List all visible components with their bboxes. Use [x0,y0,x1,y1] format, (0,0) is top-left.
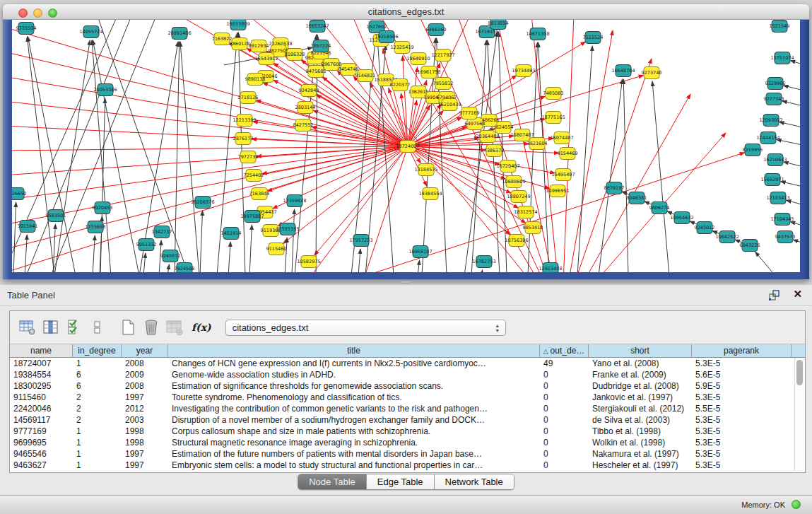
table-cell[interactable]: 0 [540,426,589,437]
network-node[interactable]: 1215688 [86,221,106,233]
network-node[interactable]: 3915941 [18,221,38,233]
table-cell[interactable]: 0 [540,403,589,414]
network-node[interactable]: 9154469 [558,148,578,160]
network-node[interactable]: 2876173 [233,133,254,145]
table-cell[interactable]: 5.3E-5 [692,426,792,437]
table-cell[interactable]: 9699695 [10,437,73,448]
network-edge[interactable] [93,235,95,272]
table-selector-dropdown[interactable]: citations_edges.txt ▲▼ [225,320,506,336]
table-row[interactable]: 911546021997Tourette syndrome. Phenomeno… [10,392,805,403]
network-node[interactable]: 7972736 [238,151,259,163]
table-row[interactable]: 1456911722003Disruption of a novel membe… [10,414,805,426]
network-node[interactable]: 9329966 [765,78,786,90]
network-node[interactable]: 10688609 [502,176,525,188]
network-node[interactable]: 8813054 [488,20,509,30]
column-header-short[interactable]: short [589,344,692,357]
network-edge[interactable] [25,235,27,272]
network-node[interactable]: 1451914 [221,228,242,240]
network-edge[interactable] [779,122,800,129]
network-node[interactable]: 1342737 [152,226,172,238]
network-node[interactable]: 9245032 [160,250,181,262]
table-cell[interactable]: 2 [73,392,122,403]
table-cell[interactable]: 2 [73,403,122,414]
network-node[interactable]: 9335504 [16,23,37,35]
network-edge[interactable] [228,242,230,272]
window-titlebar[interactable]: citations_edges.txt [3,4,809,20]
network-edge[interactable] [263,83,408,146]
network-node[interactable]: 2803144 [295,102,316,114]
network-edge[interactable] [12,76,408,146]
network-edge[interactable] [793,240,800,245]
network-edge[interactable] [784,162,800,168]
network-node[interactable]: 7955812 [433,78,454,90]
network-edge[interactable] [562,20,574,272]
network-node[interactable]: 9475685 [306,66,326,78]
network-node[interactable]: 19734493 [512,65,535,77]
network-node[interactable]: 9227343 [764,93,784,105]
show-columns-icon[interactable] [65,319,83,336]
table-cell[interactable]: Tibbo et al. (1998) [589,426,692,437]
network-edge[interactable] [784,86,800,92]
network-node[interactable]: 9115460 [266,243,287,255]
network-node[interactable]: 9245012 [695,222,715,234]
table-row[interactable]: 969969511998Structural magnetic resonanc… [10,437,805,448]
splitpane-divider-grip[interactable] [401,281,411,284]
network-node[interactable]: 9046381 [627,192,647,204]
network-edge[interactable] [781,182,800,188]
network-node[interactable]: 12444154 [756,132,779,144]
network-node[interactable]: 10756386 [505,235,528,247]
table-cell[interactable]: Corpus callosum shape and size in male p… [168,426,540,437]
network-node[interactable]: 8920453 [93,202,113,214]
table-cell[interactable]: 2003 [122,414,168,426]
table-cell[interactable]: 1998 [122,437,168,448]
network-edge[interactable] [28,37,76,272]
network-node[interactable]: 2526650 [12,188,26,200]
network-node[interactable]: 16074487 [550,132,573,144]
network-node[interactable]: 14671358 [526,28,549,40]
network-edge[interactable] [782,101,800,107]
network-node[interactable]: 6943226 [740,240,760,252]
network-node[interactable]: 8679197 [604,182,625,194]
close-panel-icon[interactable]: ✕ [793,288,802,300]
table-cell[interactable]: 0 [540,460,589,471]
table-cell[interactable]: 2008 [122,380,168,392]
network-node[interactable]: 15751074 [770,52,794,64]
table-cell[interactable]: 14569117 [10,414,73,426]
table-cell[interactable]: 9465546 [10,448,73,460]
network-node[interactable]: 8912934 [249,40,269,52]
network-node[interactable]: 20891406 [167,28,191,40]
column-header-in_degree[interactable]: in_degree [73,344,122,357]
network-node[interactable]: 10954632 [670,212,693,224]
table-cell[interactable]: 5.3E-5 [692,392,792,403]
table-cell[interactable]: 1997 [122,392,168,403]
table-cell[interactable]: 5.3E-5 [692,437,792,448]
network-edge[interactable] [790,61,800,66]
network-node[interactable]: 16782753 [472,256,495,268]
table-cell[interactable]: 49 [540,358,589,369]
network-edge[interactable] [418,260,420,272]
table-cell[interactable]: 9115460 [10,392,73,403]
network-node[interactable]: 17104345 [770,214,794,226]
network-node[interactable]: 8220377 [390,79,411,91]
table-cell[interactable]: Genome-wide association studies in ADHD. [168,369,540,380]
network-edge[interactable] [351,146,408,272]
network-edge[interactable] [249,225,252,272]
network-edge[interactable] [652,81,669,272]
table-cell[interactable]: Changes of HCN gene expression and I(f) … [168,358,540,369]
network-node[interactable]: 18640910 [406,53,430,65]
function-builder-icon[interactable]: f(x) [192,322,211,333]
table-cell[interactable]: Franke et al. (2009) [589,369,692,380]
table-cell[interactable]: 5.9E-5 [692,380,792,392]
network-edge[interactable] [358,249,360,272]
network-node[interactable]: 13184575 [414,164,437,176]
table-cell[interactable]: 6 [73,380,122,392]
network-node[interactable]: 8427552 [293,119,314,132]
network-edge[interactable] [539,42,549,272]
row-height-icon[interactable] [88,319,107,336]
network-node[interactable]: 16210643 [763,154,787,166]
network-edge[interactable] [180,42,199,272]
table-cell[interactable]: 19384554 [10,369,73,380]
network-node[interactable]: 2718126 [238,92,259,104]
network-edge[interactable] [97,20,189,272]
tab-network-table[interactable]: Network Table [434,474,514,489]
